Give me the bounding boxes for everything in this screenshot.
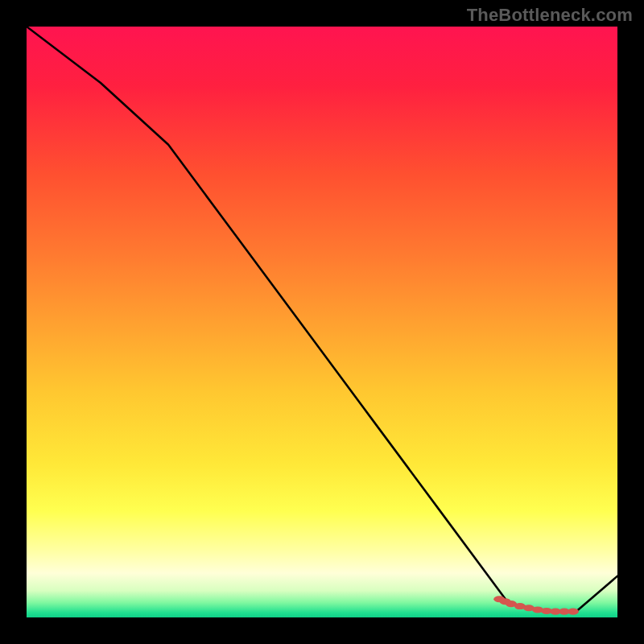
marker-dot [568, 609, 579, 615]
plot-area [27, 27, 617, 617]
watermark-text: TheBottleneck.com [467, 5, 633, 26]
marker-group [493, 596, 579, 614]
marker-layer [27, 27, 617, 617]
chart-frame: TheBottleneck.com [0, 0, 644, 644]
